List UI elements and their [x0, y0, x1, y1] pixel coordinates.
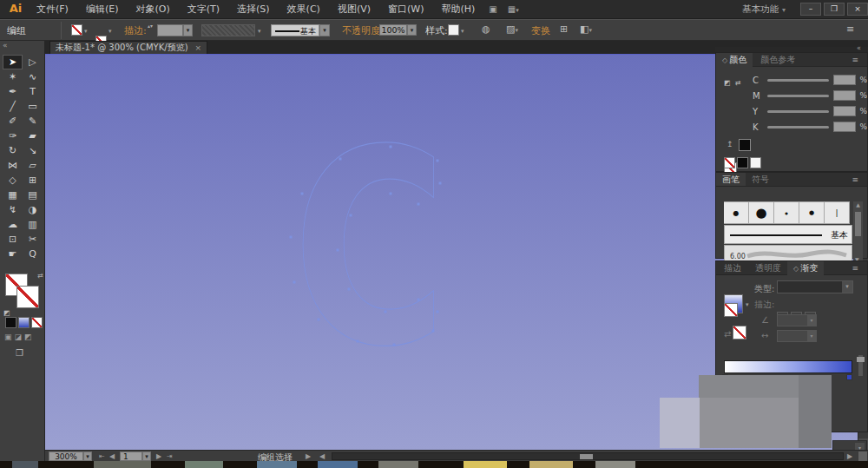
tool-slice[interactable]: ✂ — [23, 232, 43, 247]
tool-artboard[interactable]: ⊡ — [3, 232, 23, 247]
recolor-artwork-icon[interactable]: ◍ — [482, 23, 490, 35]
style-swatch[interactable] — [448, 24, 459, 36]
gradient-type-select[interactable]: ▾ — [777, 280, 853, 293]
mini-slider-thumb[interactable] — [857, 357, 865, 362]
tool-zoom[interactable]: Q — [23, 247, 43, 261]
tool-perspective-grid[interactable]: ⊞ — [23, 173, 43, 188]
channel-slider[interactable] — [767, 79, 829, 82]
tool-column-graph[interactable]: ▥ — [23, 217, 43, 232]
tools-collapse-icon[interactable]: « — [3, 41, 8, 49]
taskbar-app-button[interactable] — [529, 461, 573, 468]
scrollbar-thumb[interactable] — [580, 454, 593, 459]
stroke-weight-value[interactable] — [157, 24, 183, 36]
opacity-dropdown[interactable]: ▾ — [407, 24, 417, 36]
tool-magic-wand[interactable]: ✶ — [3, 69, 23, 84]
gradient-button[interactable] — [18, 317, 30, 328]
tool-lasso[interactable]: ∿ — [23, 69, 43, 84]
workspace-switcher[interactable]: 基本功能▾ — [742, 3, 786, 16]
draw-inside-icon[interactable]: ◩ — [24, 333, 32, 341]
fill-color-swatch[interactable] — [71, 24, 82, 36]
fill-dropdown-icon[interactable]: ▾ — [84, 28, 88, 35]
channel-slider[interactable] — [767, 110, 829, 113]
menu-item[interactable]: 效果(C) — [279, 0, 329, 18]
channel-value-field[interactable] — [833, 75, 857, 85]
menu-item[interactable]: 视图(V) — [329, 0, 379, 18]
gradient-stroke-swatch[interactable] — [733, 326, 746, 339]
brush-item-basic[interactable]: 基本 — [724, 225, 852, 244]
first-artboard-icon[interactable]: ⇤ — [99, 452, 105, 460]
menu-item[interactable]: 文字(T) — [179, 0, 228, 18]
scrollbar-thumb[interactable] — [855, 212, 861, 236]
screen-mode-icon[interactable]: ❐ — [16, 348, 23, 358]
scroll-left-icon[interactable]: ◀ — [319, 452, 325, 460]
brush-item[interactable]: ● — [749, 201, 774, 224]
taskbar-app-button[interactable] — [318, 461, 358, 468]
close-button[interactable]: × — [847, 3, 868, 16]
tool-hand[interactable]: ☛ — [3, 247, 23, 261]
opacity-panel-link[interactable]: 不透明度 — [342, 24, 380, 37]
stroke-style-preview[interactable]: 基本 — [271, 24, 319, 36]
next-artboard-icon[interactable]: ▶ — [156, 452, 161, 460]
isolation-mode-icon[interactable]: ◧▾ — [580, 23, 592, 35]
color-button[interactable] — [5, 317, 16, 328]
gradient-thumbnail-dropdown-icon[interactable]: ▾ — [746, 301, 749, 308]
artboard-dropdown[interactable]: ▾ — [142, 452, 151, 461]
angle-field[interactable]: ▾ — [777, 314, 817, 326]
channel-value-field[interactable] — [833, 122, 857, 132]
color-swap-icon[interactable]: ⇄ — [735, 79, 741, 87]
tool-pen[interactable]: ✒ — [3, 84, 23, 99]
artboard-number-field[interactable]: 1 — [120, 452, 142, 461]
stroke-style-dropdown[interactable]: ▾ — [319, 24, 330, 36]
menu-item[interactable]: 选择(S) — [228, 0, 279, 18]
tool-eraser[interactable]: ▰ — [23, 129, 43, 143]
dock-collapse-icon[interactable]: « — [857, 44, 861, 52]
minimize-button[interactable]: – — [800, 3, 821, 16]
brush-item[interactable]: ● — [799, 201, 825, 224]
brush-definition-dropdown-icon[interactable]: ▾ — [258, 28, 261, 35]
white-swatch[interactable] — [750, 157, 761, 168]
select-similar-icon[interactable]: ▨▾ — [506, 23, 518, 35]
control-panel-menu-icon[interactable]: ≡ — [846, 23, 854, 35]
brushes-panel-menu-icon[interactable]: ≡ — [852, 175, 858, 184]
tool-width[interactable]: ⋈ — [3, 158, 23, 173]
menu-item[interactable]: 编辑(E) — [77, 0, 128, 18]
taskbar-app-button[interactable] — [378, 461, 418, 468]
tab-透明度[interactable]: 透明度 — [747, 261, 787, 275]
zoom-level-field[interactable]: 300% — [49, 452, 83, 461]
bridge-icon[interactable]: ▣ — [483, 4, 502, 14]
swap-fill-stroke-icon[interactable]: ⇄ — [37, 272, 43, 280]
black-swatch[interactable] — [737, 157, 748, 168]
tool-pencil[interactable]: ✎ — [23, 114, 43, 129]
menu-item[interactable]: 帮助(H) — [432, 0, 483, 18]
transform-panel-link[interactable]: 变换 — [531, 24, 550, 37]
brushes-scrollbar[interactable]: ▲ ▼ — [853, 201, 863, 262]
tool-symbol-sprayer[interactable]: ☁ — [3, 217, 23, 232]
style-dropdown-icon[interactable]: ▾ — [461, 28, 464, 35]
tool-mesh[interactable]: ▦ — [3, 188, 23, 202]
tool-scale[interactable]: ↘ — [23, 143, 43, 158]
default-fill-stroke-icon[interactable]: ◩ — [3, 309, 10, 317]
taskbar-app-button[interactable] — [595, 461, 635, 468]
taskbar-app-button[interactable] — [464, 461, 507, 468]
tool-line-segment[interactable]: ╱ — [3, 99, 23, 114]
tab-画笔[interactable]: 画笔 — [716, 173, 746, 186]
menu-item[interactable]: 文件(F) — [28, 0, 77, 18]
none-button[interactable] — [31, 317, 43, 328]
zoom-dropdown[interactable]: ▾ — [83, 452, 92, 461]
tool-rotate[interactable]: ↻ — [3, 143, 23, 158]
tool-free-transform[interactable]: ▱ — [23, 158, 43, 173]
channel-slider[interactable] — [767, 126, 829, 129]
draw-normal-icon[interactable]: ▣ — [4, 333, 12, 341]
tab-close-icon[interactable]: × — [195, 43, 202, 52]
tool-blob-brush[interactable]: ✑ — [3, 129, 23, 143]
channel-slider[interactable] — [767, 95, 829, 97]
align-icon[interactable]: ⊞ — [560, 23, 568, 35]
brush-item[interactable]: ● — [774, 201, 799, 224]
tool-direct-selection[interactable]: ▷ — [23, 55, 43, 69]
taskbar-app-button[interactable] — [257, 461, 297, 468]
draw-behind-icon[interactable]: ◪ — [15, 333, 23, 341]
horizontal-scrollbar[interactable] — [332, 452, 844, 460]
tool-gradient[interactable]: ▤ — [23, 188, 43, 202]
stroke-panel-link[interactable]: 描边: — [124, 24, 147, 37]
tool-rectangle[interactable]: ▭ — [23, 99, 43, 114]
